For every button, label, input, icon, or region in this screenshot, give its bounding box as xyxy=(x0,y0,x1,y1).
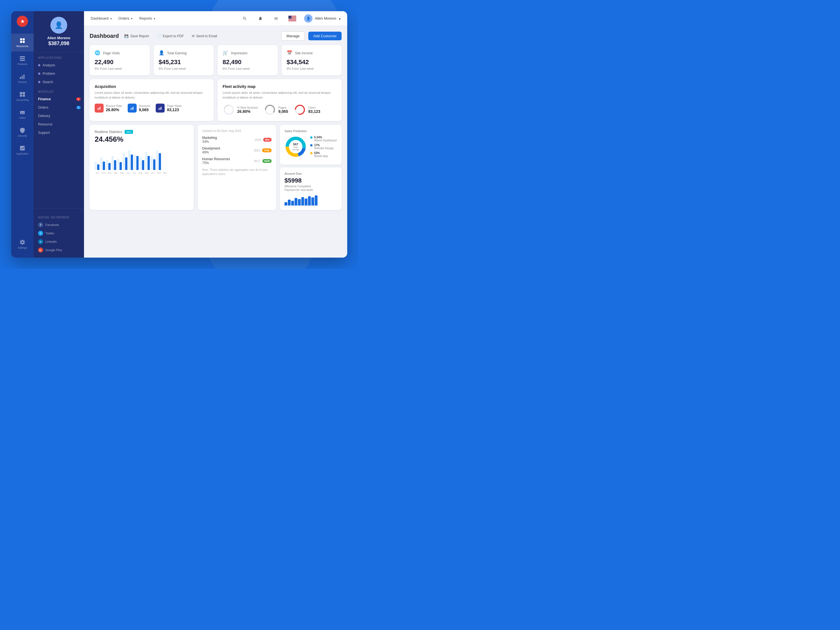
bar-blue xyxy=(136,156,139,170)
svg-rect-21 xyxy=(288,16,292,19)
sidebar-menu: 👤 Allen Moreno $387,098 APPLICATIONS Ana… xyxy=(33,11,84,257)
sidebar-item-products[interactable]: Products xyxy=(11,52,33,69)
page-views-icon xyxy=(156,104,165,112)
sidebar-menu-problem[interactable]: Problem xyxy=(33,69,84,78)
bar-group xyxy=(95,161,99,170)
bar-light xyxy=(145,152,147,170)
bar-month-label: Apr xyxy=(113,172,118,174)
sidebar-menu-finance[interactable]: Finance 1 xyxy=(33,95,84,103)
legend-item-1: 5.34% Admin Dashboard xyxy=(310,136,336,142)
sales-prediction-card: Sales Prediction xyxy=(280,125,342,165)
hr-year: 2017 xyxy=(254,159,260,163)
user-name: Allen Moreno xyxy=(315,16,336,21)
nav-dashboard[interactable]: Dashboard xyxy=(91,15,112,22)
sidebar-item-resources[interactable]: Resources xyxy=(11,33,33,52)
sidebar-menu-resource[interactable]: Resource xyxy=(33,120,84,128)
pdf-icon: 📄 xyxy=(157,34,161,38)
user-menu[interactable]: 👤 Allen Moreno xyxy=(304,14,341,23)
bar-light xyxy=(151,156,153,170)
social-facebook-label: Facebook xyxy=(45,223,59,227)
hr-title: Human Resources xyxy=(202,157,251,161)
social-facebook[interactable]: f Facebook xyxy=(33,221,84,229)
googleplus-icon: g+ xyxy=(38,248,43,253)
stat-card-total-earning: 👤 Total Earning $45,231 6% From Last wee… xyxy=(154,45,214,75)
acquisition-title: Acquisition xyxy=(95,84,208,89)
legend-item-2: 17% Website Design xyxy=(310,144,336,150)
nav-orders[interactable]: Orders xyxy=(118,15,133,22)
sidebar-item-sales[interactable]: Sales xyxy=(11,105,33,123)
sidebar-item-security[interactable]: Security xyxy=(11,123,33,141)
users-value: 83,123 xyxy=(308,109,321,114)
bar-light xyxy=(128,150,131,170)
pages-label: Pages xyxy=(278,106,288,109)
svg-rect-7 xyxy=(20,77,21,79)
page-title: Dashboard xyxy=(90,33,119,39)
users-donut xyxy=(294,104,306,116)
sidebar-menu-analysis[interactable]: Analysis xyxy=(33,61,84,69)
sidebar-item-application-label: Application xyxy=(16,152,28,155)
realtime-label: Realtime Statistics xyxy=(95,130,122,134)
sidebar-item-application[interactable]: Application xyxy=(11,141,33,159)
nav-reports-chevron xyxy=(153,16,155,21)
pages-value: 9,065 xyxy=(278,109,288,114)
bar-blue xyxy=(159,153,161,170)
app-logo[interactable]: ★ xyxy=(17,16,28,27)
orders-badge: 1 xyxy=(76,106,81,109)
sidebar-profile: 👤 Allen Moreno $387,098 xyxy=(33,11,84,52)
sidebar-menu-orders[interactable]: Orders 1 xyxy=(33,103,84,112)
legend-dot-1 xyxy=(310,136,313,139)
bar-group xyxy=(106,160,111,170)
export-pdf-button[interactable]: 📄 Export to PDF xyxy=(155,33,186,39)
donut-center: 567 Daily average xyxy=(290,142,301,151)
notifications-button[interactable] xyxy=(256,14,265,23)
bar-light xyxy=(123,153,125,170)
svg-rect-6 xyxy=(20,60,25,61)
pages-donut xyxy=(264,104,276,116)
sidebar-menu-support[interactable]: Support xyxy=(33,128,84,137)
nav-reports-label: Reports xyxy=(139,16,152,21)
modules-section-title: MODULES xyxy=(33,86,84,95)
social-twitter[interactable]: t Twitter xyxy=(33,229,84,237)
bar-blue xyxy=(120,162,122,170)
sidebar-item-accounting[interactable]: Accounting xyxy=(11,87,33,105)
income-value: $34,542 xyxy=(287,58,337,66)
social-linkedin[interactable]: in Linkedin xyxy=(33,237,84,246)
bounce-rate-metric: Bounce Rate 26.80% xyxy=(95,104,122,112)
donut-center-label: Daily average xyxy=(290,146,301,151)
sidebar-item-settings[interactable]: Settings xyxy=(11,235,33,253)
nav-dashboard-label: Dashboard xyxy=(91,16,109,21)
main-content: Dashboard Orders Reports xyxy=(84,11,347,257)
nav-orders-label: Orders xyxy=(118,16,129,21)
sidebar-item-finance[interactable]: Finance xyxy=(11,69,33,87)
action-buttons: 💾 Save Report 📄 Export to PDF ✉ Send to … xyxy=(122,33,219,39)
legend-dot-2 xyxy=(310,144,313,147)
language-selector[interactable] xyxy=(287,14,297,23)
legend-dot-3 xyxy=(310,152,313,154)
nav-reports[interactable]: Reports xyxy=(139,15,155,22)
menu-button[interactable] xyxy=(272,14,281,23)
fleet-card: Fleet activity map Lorem ipsum dolor sit… xyxy=(218,79,342,121)
applications-section-title: APPLICATIONS xyxy=(33,52,84,61)
acquisition-metrics: Bounce Rate 26.80% Sessions 9,065 xyxy=(95,104,208,112)
sidebar-item-resources-label: Resources xyxy=(16,45,28,47)
sidebar-menu-search[interactable]: Search xyxy=(33,78,84,86)
add-customer-button[interactable]: Add Customer xyxy=(308,32,342,40)
bar-month-label: Feb xyxy=(101,172,106,174)
social-googleplus[interactable]: g+ Google Plus xyxy=(33,246,84,254)
save-report-button[interactable]: 💾 Save Report xyxy=(122,33,151,39)
stats-panel: Updated at 08:32pm, Aug 2018 Marketing 3… xyxy=(198,125,276,210)
profile-amount: $387,098 xyxy=(48,41,69,46)
development-title: Develpment xyxy=(202,147,251,150)
realtime-value: 24.456% xyxy=(95,135,189,144)
page-visits-value: 22,490 xyxy=(95,58,145,66)
hr-tag: H&R xyxy=(262,159,272,163)
bar-month-label: Nov xyxy=(156,172,161,174)
sessions-label: Sessions xyxy=(139,104,150,107)
search-button[interactable] xyxy=(240,14,249,23)
manage-button[interactable]: Manage xyxy=(281,32,305,41)
send-email-button[interactable]: ✉ Send to Email xyxy=(189,33,219,39)
bar-blue xyxy=(153,159,155,170)
sidebar-menu-delivery[interactable]: Delivery xyxy=(33,112,84,120)
sidebar-item-finance-label: Finance xyxy=(18,81,27,84)
svg-rect-11 xyxy=(23,92,25,94)
